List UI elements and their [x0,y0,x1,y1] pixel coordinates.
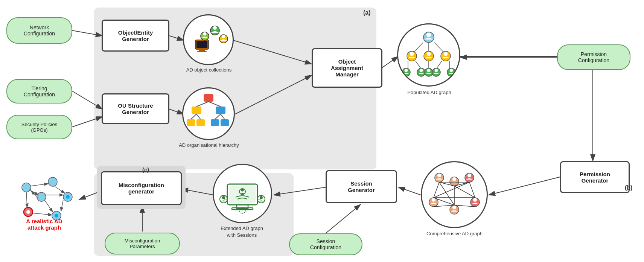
svg-rect-38 [211,119,219,126]
svg-rect-39 [221,119,229,126]
svg-rect-22 [199,49,205,51]
svg-line-35 [209,102,221,107]
attack-graph: A realistic ADattack graph [8,172,81,231]
svg-line-34 [196,102,209,107]
diagram-container: NetworkConfiguration TieringConfiguratio… [0,0,644,262]
svg-line-46 [414,43,423,52]
svg-rect-32 [192,107,201,114]
attack-graph-label: A realistic ADattack graph [8,218,81,231]
network-config-ribbon: NetworkConfiguration [6,17,72,44]
label-c: (c) [142,166,149,173]
svg-point-45 [426,33,431,37]
svg-point-67 [435,69,438,72]
svg-point-63 [420,69,423,72]
label-ou-hierarchy: AD organisational hierarchy [164,142,254,148]
svg-point-115 [26,210,30,214]
svg-point-117 [55,214,58,218]
svg-line-48 [434,43,444,52]
svg-point-81 [452,177,456,181]
session-config-ribbon: SessionConfiguration [289,233,362,255]
svg-line-88 [469,182,475,198]
svg-line-119 [29,190,38,195]
svg-rect-23 [197,51,207,52]
svg-rect-33 [216,107,225,114]
svg-line-13 [398,187,421,195]
svg-line-14 [326,204,361,233]
svg-point-54 [444,52,448,56]
svg-line-87 [454,186,475,198]
svg-rect-36 [187,119,195,126]
svg-point-116 [66,195,70,199]
svg-point-26 [213,26,217,30]
svg-point-28 [203,32,206,35]
entity-generator-box: Object/EntityGenerator [102,20,169,52]
svg-point-71 [437,174,441,177]
svg-line-58 [436,61,442,69]
svg-point-75 [432,198,435,202]
svg-line-124 [61,200,63,211]
misconfig-generator-box: Misconfigurationgenerator [101,171,182,205]
svg-point-110 [48,177,57,186]
label-extended: Extended AD graphwith Sessions [199,225,284,239]
permission-generator-box: PermissionGenerator [560,161,630,193]
svg-line-122 [55,186,65,193]
svg-line-123 [44,200,53,212]
svg-line-40 [191,114,196,119]
ad-objects-circle [183,14,234,65]
svg-line-121 [31,184,48,186]
svg-point-109 [22,183,31,192]
svg-point-77 [452,206,456,209]
svg-rect-24 [196,41,207,48]
permission-config-ribbon: PermissionConfiguration [557,44,630,70]
svg-point-102 [222,196,225,199]
svg-line-9 [382,56,398,68]
comprehensive-ad-circle [421,161,488,228]
session-generator-box: SessionGenerator [326,170,397,203]
label-a: (a) [363,9,371,16]
svg-line-12 [489,177,560,195]
label-ad-objects: AD object collections [173,67,245,73]
svg-line-42 [215,114,221,119]
svg-point-69 [450,69,453,72]
ou-hierarchy-circle [182,87,235,140]
svg-line-56 [416,61,421,69]
svg-line-120 [26,192,27,207]
svg-point-100 [241,189,244,192]
extended-ad-circle [213,164,272,223]
label-b: (b) [625,184,632,191]
svg-rect-37 [196,119,205,126]
svg-rect-31 [204,94,213,102]
svg-line-126 [33,213,52,215]
svg-point-73 [467,174,471,177]
assignment-manager-box: ObjectAssignmentManager [312,48,382,88]
svg-line-43 [221,114,225,119]
label-populated: Populated AD graph [394,90,464,95]
svg-point-50 [410,52,414,56]
ou-generator-box: OU StructureGenerator [102,93,169,124]
label-comprehensive: Comprehensive AD graph [410,231,499,236]
misconfig-params-ribbon: MisconfigurationParameters [105,233,180,254]
svg-point-79 [473,198,477,202]
populated-ad-circle [397,23,460,87]
svg-point-104 [260,196,263,199]
svg-line-41 [196,114,201,119]
svg-point-65 [427,69,431,72]
security-policies-ribbon: Security Policies(GPOs) [6,115,72,139]
svg-point-30 [222,35,225,38]
svg-point-52 [427,52,431,56]
svg-point-61 [405,69,408,72]
tiering-config-ribbon: TieringConfiguration [6,79,72,104]
